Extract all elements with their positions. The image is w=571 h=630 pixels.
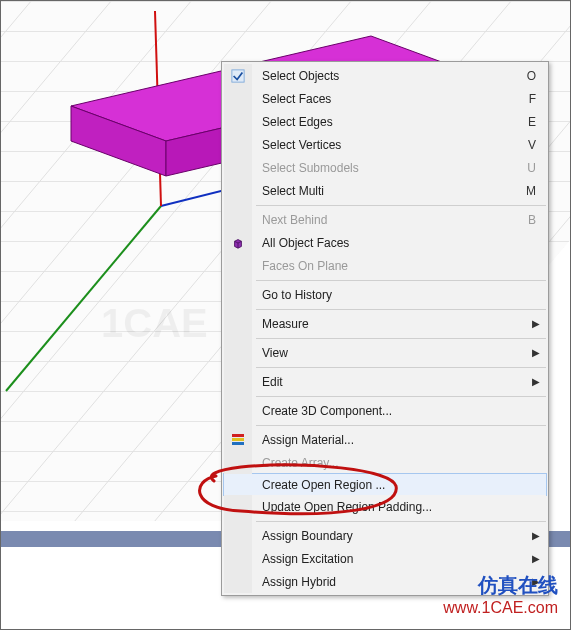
menu-measure[interactable]: Measure ▶ (224, 312, 546, 335)
menu-go-to-history[interactable]: Go to History (224, 283, 546, 306)
menu-update-open-region-padding[interactable]: Update Open Region Padding... (224, 495, 546, 518)
submenu-arrow-icon: ▶ (530, 530, 540, 541)
submenu-arrow-icon: ▶ (530, 553, 540, 564)
menu-separator (224, 202, 546, 208)
svg-rect-10 (232, 442, 244, 445)
submenu-arrow-icon: ▶ (530, 376, 540, 387)
menu-create-3d-component[interactable]: Create 3D Component... (224, 399, 546, 422)
menu-label: Faces On Plane (252, 259, 540, 273)
menu-assign-excitation[interactable]: Assign Excitation ▶ (224, 547, 546, 570)
menu-shortcut: U (526, 161, 540, 175)
menu-label: Assign Material... (252, 433, 540, 447)
menu-label: Edit (252, 375, 530, 389)
menu-label: View (252, 346, 530, 360)
menu-label: Create Open Region ... (252, 478, 540, 492)
menu-label: Go to History (252, 288, 540, 302)
menu-label: Select Edges (252, 115, 526, 129)
menu-shortcut: B (526, 213, 540, 227)
menu-separator (224, 306, 546, 312)
menu-select-faces[interactable]: Select Faces F (224, 87, 546, 110)
menu-view[interactable]: View ▶ (224, 341, 546, 364)
svg-rect-9 (232, 438, 244, 441)
material-icon (231, 433, 245, 447)
menu-faces-on-plane: Faces On Plane (224, 254, 546, 277)
menu-create-open-region[interactable]: Create Open Region ... (223, 473, 547, 496)
footer-url-text: www.1CAE.com (443, 598, 558, 619)
menu-shortcut: F (526, 92, 540, 106)
menu-create-array: Create Array... (224, 451, 546, 474)
menu-label: Measure (252, 317, 530, 331)
menu-label: Assign Boundary (252, 529, 530, 543)
menu-select-submodels: Select Submodels U (224, 156, 546, 179)
menu-separator (224, 518, 546, 524)
footer-cn-text: 仿真在线 (443, 572, 558, 598)
menu-separator (224, 422, 546, 428)
menu-label: Select Faces (252, 92, 526, 106)
menu-label: Create 3D Component... (252, 404, 540, 418)
menu-separator (224, 364, 546, 370)
menu-separator (224, 335, 546, 341)
menu-label: Create Array... (252, 456, 540, 470)
menu-next-behind: Next Behind B (224, 208, 546, 231)
footer-brand: 仿真在线 www.1CAE.com (443, 572, 558, 619)
menu-assign-boundary[interactable]: Assign Boundary ▶ (224, 524, 546, 547)
svg-rect-8 (232, 434, 244, 437)
menu-select-edges[interactable]: Select Edges E (224, 110, 546, 133)
menu-label: Next Behind (252, 213, 526, 227)
menu-select-vertices[interactable]: Select Vertices V (224, 133, 546, 156)
menu-select-multi[interactable]: Select Multi M (224, 179, 546, 202)
menu-label: Assign Excitation (252, 552, 530, 566)
watermark: 1CAE (101, 301, 208, 346)
menu-label: Select Submodels (252, 161, 526, 175)
menu-label: Select Multi (252, 184, 526, 198)
menu-all-object-faces[interactable]: All Object Faces (224, 231, 546, 254)
check-icon (231, 69, 245, 83)
context-menu: Select Objects O Select Faces F Select E… (221, 61, 549, 596)
submenu-arrow-icon: ▶ (530, 347, 540, 358)
menu-separator (224, 277, 546, 283)
menu-separator (224, 393, 546, 399)
menu-shortcut: M (526, 184, 540, 198)
cube-icon (232, 237, 244, 249)
menu-label: All Object Faces (252, 236, 540, 250)
menu-shortcut: V (526, 138, 540, 152)
menu-shortcut: O (526, 69, 540, 83)
menu-label: Update Open Region Padding... (252, 500, 540, 514)
menu-select-objects[interactable]: Select Objects O (224, 64, 546, 87)
menu-shortcut: E (526, 115, 540, 129)
menu-label: Select Objects (252, 69, 526, 83)
menu-edit[interactable]: Edit ▶ (224, 370, 546, 393)
submenu-arrow-icon: ▶ (530, 318, 540, 329)
menu-assign-material[interactable]: Assign Material... (224, 428, 546, 451)
menu-label: Select Vertices (252, 138, 526, 152)
